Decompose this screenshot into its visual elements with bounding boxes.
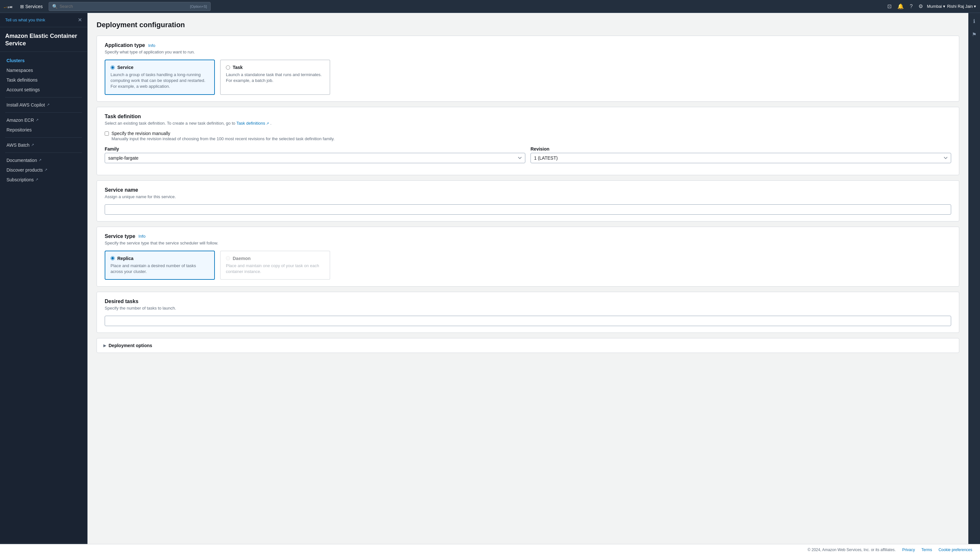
sidebar-item-account-settings[interactable]: Account settings <box>0 85 87 95</box>
service-type-title: Service type <box>105 233 135 239</box>
chevron-down-icon: ▾ <box>943 4 945 9</box>
desired-tasks-desc: Specify the number of tasks to launch. <box>105 306 951 311</box>
app-type-task-radio[interactable] <box>226 66 230 70</box>
service-type-info-link[interactable]: Info <box>138 234 145 239</box>
app-type-service-radio[interactable] <box>111 66 115 70</box>
service-name-input[interactable]: service-test <box>105 204 951 215</box>
specify-revision-checkbox[interactable] <box>105 132 109 136</box>
family-group: Family sample-fargate <box>105 146 525 163</box>
revision-select[interactable]: 1 (LATEST) <box>531 153 951 163</box>
nav-right: ⊡ 🔔 ? ⚙ Mumbai ▾ Rishi Raj Jain ▾ <box>885 2 976 11</box>
help-icon-button[interactable]: ? <box>908 2 914 11</box>
user-chevron-icon: ▾ <box>974 4 976 9</box>
copyright-text: © 2024, Amazon Web Services, Inc. or its… <box>808 547 896 552</box>
terminal-icon: ⊡ <box>887 3 891 10</box>
bell-icon-button[interactable]: 🔔 <box>895 2 906 11</box>
desired-tasks-section: Desired tasks Specify the number of task… <box>97 292 959 333</box>
sidebar-item-repositories[interactable]: Repositories <box>0 125 87 135</box>
main-layout: Tell us what you think ✕ Amazon Elastic … <box>0 13 980 555</box>
aws-logo[interactable] <box>4 3 13 10</box>
daemon-label: Daemon <box>233 256 251 261</box>
apps-icon: ⊞ <box>20 4 24 9</box>
sidebar-item-aws-batch[interactable]: AWS Batch ↗ <box>0 140 87 150</box>
sidebar-item-amazon-ecr[interactable]: Amazon ECR ↗ <box>0 115 87 125</box>
task-desc: Launch a standalone task that runs and t… <box>226 72 324 83</box>
revision-group: Revision 1 (LATEST) <box>531 146 951 163</box>
sidebar-item-documentation[interactable]: Documentation ↗ <box>0 156 87 165</box>
sidebar-item-install-copilot[interactable]: Install AWS Copilot ↗ <box>0 100 87 110</box>
sidebar-item-subscriptions[interactable]: Subscriptions ↗ <box>0 175 87 184</box>
sidebar-item-clusters[interactable]: Clusters <box>0 56 87 66</box>
sidebar-item-task-definitions[interactable]: Task definitions <box>0 75 87 85</box>
search-icon: 🔍 <box>52 4 58 9</box>
sidebar-brand: Amazon Elastic Container Service <box>0 27 87 52</box>
service-type-replica-radio[interactable] <box>111 256 115 260</box>
revision-checkbox-row: Specify the revision manually Manually i… <box>105 131 951 142</box>
app-type-section: Application type Info Specify what type … <box>97 35 959 102</box>
settings-icon: ⚙ <box>919 3 923 10</box>
info-circle-icon[interactable]: ℹ <box>971 16 977 26</box>
deployment-options-header[interactable]: ▶ Deployment options <box>97 338 959 353</box>
app-type-desc: Specify what type of application you wan… <box>105 50 951 55</box>
service-type-desc: Specify the service type that the servic… <box>105 241 951 245</box>
sidebar: Tell us what you think ✕ Amazon Elastic … <box>0 13 87 555</box>
sidebar-nav: Clusters Namespaces Task definitions Acc… <box>0 52 87 188</box>
app-type-service-card[interactable]: Service Launch a group of tasks handling… <box>105 59 215 95</box>
app-type-options: Service Launch a group of tasks handling… <box>105 59 951 95</box>
help-icon: ? <box>910 3 912 10</box>
page-footer: © 2024, Amazon Web Services, Inc. or its… <box>0 544 980 555</box>
family-revision-row: Family sample-fargate Revision 1 (LATEST… <box>105 146 951 163</box>
task-def-desc: Select an existing task definition. To c… <box>105 121 951 126</box>
replica-label: Replica <box>117 256 134 261</box>
desired-tasks-input[interactable]: 1 <box>105 316 951 326</box>
sidebar-item-discover-products[interactable]: Discover products ↗ <box>0 165 87 175</box>
search-bar[interactable]: 🔍 [Option+S] <box>48 2 211 11</box>
settings-icon-button[interactable]: ⚙ <box>916 2 925 11</box>
specify-revision-desc: Manually input the revision instead of c… <box>111 136 335 142</box>
app-type-info-link[interactable]: Info <box>148 43 155 48</box>
app-type-title: Application type <box>105 42 145 48</box>
cookie-preferences-link[interactable]: Cookie preferences <box>938 547 972 552</box>
page-title: Deployment configuration <box>97 21 959 29</box>
replica-desc: Place and maintain a desired number of t… <box>111 263 209 274</box>
task-def-section: Task definition Select an existing task … <box>97 107 959 175</box>
deployment-options-label: Deployment options <box>109 343 152 348</box>
service-name-desc: Assign a unique name for this service. <box>105 194 951 199</box>
right-rail: ℹ ⚑ <box>968 13 980 555</box>
user-menu[interactable]: Rishi Raj Jain ▾ <box>947 4 976 9</box>
service-label: Service <box>117 65 134 70</box>
service-type-section: Service type Info Specify the service ty… <box>97 227 959 287</box>
app-type-task-card[interactable]: Task Launch a standalone task that runs … <box>220 59 330 95</box>
revision-label: Revision <box>531 146 951 152</box>
top-nav: ⊞ Services 🔍 [Option+S] ⊡ 🔔 ? ⚙ Mumbai ▾… <box>0 0 980 13</box>
specify-revision-label[interactable]: Specify the revision manually <box>111 131 170 136</box>
service-desc: Launch a group of tasks handling a long-… <box>111 72 209 90</box>
service-name-title: Service name <box>105 187 138 193</box>
family-select[interactable]: sample-fargate <box>105 153 525 163</box>
external-link-icon: ↗ <box>31 143 34 147</box>
terms-link[interactable]: Terms <box>921 547 932 552</box>
task-label: Task <box>233 65 243 70</box>
daemon-desc: Place and maintain one copy of your task… <box>226 263 324 274</box>
sidebar-item-namespaces[interactable]: Namespaces <box>0 66 87 75</box>
services-button[interactable]: ⊞ Services <box>18 3 45 10</box>
service-type-daemon-radio <box>226 256 230 260</box>
region-selector[interactable]: Mumbai ▾ <box>927 4 945 9</box>
external-link-icon: ↗ <box>47 103 50 107</box>
close-feedback-button[interactable]: ✕ <box>78 17 82 23</box>
service-type-options: Replica Place and maintain a desired num… <box>105 250 951 280</box>
feedback-link[interactable]: Tell us what you think <box>5 18 45 22</box>
main-content: Deployment configuration Application typ… <box>87 13 968 555</box>
feedback-banner: Tell us what you think ✕ <box>0 13 87 27</box>
flag-icon[interactable]: ⚑ <box>970 29 978 40</box>
bell-icon: 🔔 <box>897 3 904 10</box>
privacy-link[interactable]: Privacy <box>902 547 915 552</box>
service-type-replica-card[interactable]: Replica Place and maintain a desired num… <box>105 250 215 280</box>
terminal-icon-button[interactable]: ⊡ <box>885 2 893 11</box>
task-def-link[interactable]: Task definitions <box>236 121 269 126</box>
search-shortcut: [Option+S] <box>190 5 207 8</box>
search-input[interactable] <box>60 4 188 9</box>
family-label: Family <box>105 146 525 152</box>
external-link-icon: ↗ <box>44 168 47 172</box>
collapse-arrow-icon: ▶ <box>103 343 106 348</box>
